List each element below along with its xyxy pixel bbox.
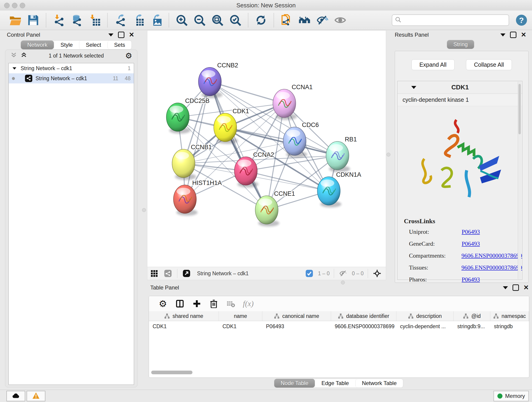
main-toolbar: ? (0, 11, 532, 30)
cloud-tasks-button[interactable] (6, 391, 25, 401)
delete-column-icon[interactable] (209, 298, 219, 309)
search-input[interactable] (401, 17, 509, 24)
add-column-icon[interactable] (191, 298, 202, 309)
show-columns-icon[interactable] (175, 298, 185, 309)
new-network-from-selection-button[interactable] (280, 13, 293, 27)
expand-all-networks-icon[interactable] (10, 51, 17, 60)
zoom-out-button[interactable] (193, 13, 206, 27)
first-neighbors-button[interactable] (298, 13, 311, 27)
import-network-from-database-button[interactable] (70, 13, 83, 27)
network-node-ccnb2[interactable]: CCNB2 (198, 62, 238, 98)
tab-sets[interactable]: Sets (108, 41, 132, 49)
import-network-from-file-button[interactable] (52, 13, 65, 27)
zoom-selected-button[interactable] (229, 13, 242, 27)
network-canvas[interactable]: CCNB2CCNA1CDC25BCDK1CDC6RB1CCNB1CCNA2CDK… (147, 30, 386, 267)
tab-network-table[interactable]: Network Table (355, 379, 403, 388)
crosslink-link[interactable]: 9606.ENSP00000378699 (462, 264, 522, 271)
column-header-canonical-name[interactable]: canonical name (262, 311, 331, 321)
tab-select[interactable]: Select (79, 41, 108, 49)
crosslinks-block: CrossLinks Uniprot:P06493GeneCard:P06493… (398, 214, 522, 283)
search-box[interactable] (392, 14, 509, 26)
results-scrollbar-thumb[interactable] (519, 84, 521, 134)
column-header-name[interactable]: name (219, 311, 262, 321)
float-panel-icon[interactable] (108, 33, 114, 36)
zoom-fit-button[interactable] (211, 13, 224, 27)
column-header-database-identifier[interactable]: database identifier (331, 311, 396, 321)
network-collection-row[interactable]: String Network – cdk1 1 (9, 63, 134, 73)
maximize-results-panel-icon[interactable] (510, 32, 516, 38)
detach-view-icon[interactable] (182, 269, 191, 278)
export-image-button[interactable] (149, 13, 163, 27)
collection-expand-icon[interactable] (13, 67, 17, 70)
network-edge[interactable] (210, 82, 267, 210)
network-edge[interactable] (246, 171, 329, 191)
float-results-panel-icon[interactable] (500, 33, 505, 36)
results-scrollbar[interactable] (518, 82, 521, 279)
crosslink-link[interactable]: 9606.ENSP00000378699 (462, 252, 522, 259)
node-label: CDC25B (185, 97, 210, 104)
open-session-button[interactable] (9, 13, 22, 27)
table-cell[interactable]: cyclin-dependent ... (396, 321, 454, 332)
network-node-ccna1[interactable]: CCNA1 (273, 84, 313, 120)
table-cell[interactable]: P06493 (262, 321, 331, 332)
memory-status-dot (497, 394, 502, 399)
zoom-in-button[interactable] (175, 13, 188, 27)
network-node-ccne1[interactable]: CCNE1 (255, 190, 295, 226)
table-options-gear-icon[interactable]: ⚙ (158, 298, 168, 309)
help-button[interactable]: ? (516, 15, 527, 26)
fit-selected-icon[interactable] (373, 269, 382, 278)
close-table-panel-icon[interactable]: ✕ (524, 285, 529, 290)
maximize-table-panel-icon[interactable] (513, 284, 519, 291)
memory-button[interactable]: Memory (494, 391, 529, 401)
warnings-button[interactable] (27, 391, 45, 401)
export-table-button[interactable] (132, 13, 145, 27)
crosslink-link[interactable]: P06493 (462, 240, 480, 247)
export-network-button[interactable] (114, 13, 127, 27)
network-node-rb1[interactable]: RB1 (326, 136, 357, 172)
collapse-section-icon[interactable] (411, 86, 416, 89)
selected-items-checkbox-icon[interactable] (305, 269, 314, 278)
column-header-namespac[interactable]: namespac (490, 311, 529, 321)
birds-eye-view-icon[interactable] (150, 269, 159, 278)
tab-network[interactable]: Network (21, 41, 54, 49)
table-horizontal-scrollbar[interactable] (151, 370, 192, 374)
network-node-hist1h1a[interactable]: HIST1H1A (173, 179, 222, 216)
show-all-button[interactable] (334, 13, 347, 27)
close-panel-icon[interactable]: ✕ (129, 32, 134, 37)
float-table-panel-icon[interactable] (503, 286, 508, 289)
import-table-from-file-button[interactable] (88, 13, 101, 27)
table-cell[interactable]: stringdb (490, 321, 529, 332)
network-node-cdkn1a[interactable]: CDKN1A (317, 171, 361, 207)
expand-all-button[interactable]: Expand All (412, 59, 455, 70)
close-results-panel-icon[interactable]: ✕ (521, 32, 526, 37)
network-overview-icon[interactable] (163, 269, 172, 278)
save-session-button[interactable] (27, 13, 40, 27)
refresh-view-button[interactable] (254, 13, 268, 27)
table-cell[interactable]: 9606.ENSP00000378699 (331, 321, 396, 332)
table-cell[interactable]: CDK1 (219, 321, 262, 332)
network-options-gear-icon[interactable]: ⚙ (125, 52, 132, 59)
collapse-all-networks-icon[interactable] (20, 51, 27, 60)
table-cell[interactable]: CDK1 (149, 321, 219, 332)
crosslink-link[interactable]: P06493 (462, 229, 480, 235)
node-label: CDC6 (302, 121, 319, 128)
tab-node-table[interactable]: Node Table (274, 379, 315, 388)
crosslink-label: Uniprot: (404, 229, 462, 235)
tab-edge-table[interactable]: Edge Table (315, 379, 355, 388)
tab-style[interactable]: Style (54, 41, 79, 49)
column-header-description[interactable]: description (396, 311, 454, 321)
table-cell[interactable]: stringdb:9... (454, 321, 490, 332)
table-panel-title: Table Panel (150, 284, 179, 291)
crosslink-link[interactable]: P06493 (462, 276, 480, 283)
hidden-items-icon[interactable] (339, 269, 348, 278)
tab-string[interactable]: String (447, 40, 474, 49)
column-header-shared-name[interactable]: shared name (149, 311, 219, 321)
network-row[interactable]: String Network – cdk1 11 48 (9, 73, 134, 83)
column-header-@id[interactable]: @id (454, 311, 490, 321)
node-details-section: CDK1 cyclin-dependent kinase 1 (397, 81, 522, 280)
hide-selected-button[interactable] (316, 13, 329, 27)
right-splitter-handle[interactable] (386, 153, 390, 157)
maximize-panel-icon[interactable] (118, 32, 124, 38)
collapse-all-button[interactable]: Collapse All (466, 59, 512, 70)
left-splitter-handle[interactable] (142, 208, 146, 212)
